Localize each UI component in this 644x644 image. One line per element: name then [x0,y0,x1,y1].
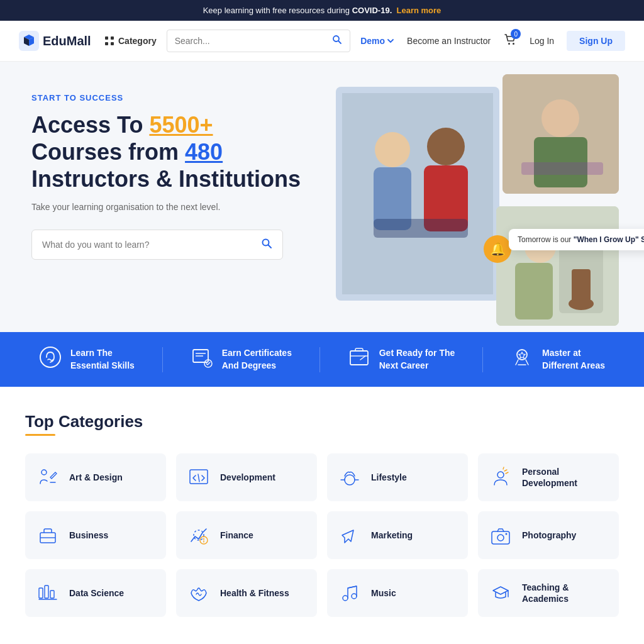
svg-point-18 [541,99,579,137]
marketing-label: Marketing [371,530,413,541]
category-finance[interactable]: Finance [176,511,317,559]
banner-bold: COVID-19. [352,6,392,15]
category-lifestyle[interactable]: Lifestyle [327,453,468,501]
section-title-wrap: Top Categories [25,412,619,436]
category-marketing[interactable]: Marketing [327,511,468,559]
category-data-science[interactable]: Data Science [25,569,166,617]
svg-rect-11 [342,93,493,294]
category-health-fitness[interactable]: Health & Fitness [176,569,317,617]
svg-line-58 [348,586,357,588]
logo[interactable]: EduMall [19,31,94,51]
header: EduMall Category Demo Become an Instruct… [0,21,644,62]
music-icon [337,580,362,606]
header-search-icon[interactable] [332,35,342,47]
banner-text: Keep learning with free resources during [203,6,352,15]
hero-bottomright-svg [496,206,619,326]
certificate-icon [191,346,213,373]
svg-line-6 [338,41,341,43]
svg-rect-53 [45,586,48,598]
svg-rect-52 [39,588,43,598]
personal-dev-icon [488,465,513,490]
svg-point-35 [42,470,47,475]
hero-content: START TO SUCCESS Access To 5500+ Courses… [31,93,302,291]
feature-skills-text: Learn The Essential Skills [70,347,135,372]
header-search-input[interactable] [175,36,328,46]
art-design-icon [35,465,60,490]
section-title: Top Categories [25,412,619,431]
feature-career: Get Ready for The Next Career [348,346,455,373]
svg-point-8 [513,43,514,45]
category-personal-dev[interactable]: Personal Development [478,453,619,501]
feature-certificates-text: Earn Certificates And Degrees [222,347,292,372]
category-label: Category [118,36,157,46]
finance-icon [186,523,211,548]
categories-grid: Art & Design Development Lifestyle Perso… [25,453,619,617]
banner-link[interactable]: Learn more [397,6,441,15]
finance-label: Finance [220,530,253,541]
svg-point-56 [343,596,348,601]
feature-skills: Learn The Essential Skills [39,346,135,373]
hero-top-right-image [502,74,619,194]
demo-nav[interactable]: Demo [360,36,394,46]
categories-section: Top Categories Art & Design Development … [0,387,644,636]
hero-main-image [336,87,499,301]
signup-button[interactable]: Sign Up [567,31,625,51]
svg-point-7 [508,43,510,45]
development-icon [186,465,211,490]
hero-image-svg [342,93,493,294]
category-teaching[interactable]: Teaching & Academics [478,569,619,617]
feature-divider-3 [482,347,483,372]
data-science-icon [35,580,60,606]
svg-rect-16 [374,219,468,238]
svg-rect-26 [572,269,591,304]
grid-icon [104,36,114,46]
hero-bottom-right-image [496,206,619,326]
health-fitness-icon [186,580,211,606]
hero-section: START TO SUCCESS Access To 5500+ Courses… [0,62,644,332]
hero-images: 🔔 Tomorrow is our "When I Grow Up" Spiri… [336,74,619,326]
svg-point-12 [375,132,410,167]
feature-divider-2 [319,347,320,372]
svg-rect-3 [105,42,108,45]
svg-line-38 [198,474,199,482]
hero-search-input[interactable] [42,240,255,250]
category-button[interactable]: Category [104,36,157,46]
category-music[interactable]: Music [327,569,468,617]
become-instructor-link[interactable]: Become an Instructor [407,36,491,46]
nav-links: Demo Become an Instructor 0 Log In Sign … [360,31,625,51]
feature-career-text: Get Ready for The Next Career [379,347,455,372]
logo-icon [19,31,39,51]
category-development[interactable]: Development [176,453,317,501]
logo-text: EduMall [43,34,91,48]
svg-rect-2 [111,36,114,40]
category-art-design[interactable]: Art & Design [25,453,166,501]
personal-dev-label: Personal Development [522,466,609,489]
notification-bell[interactable]: 🔔 Tomorrow is our "When I Grow Up" Spiri… [484,235,511,263]
marketing-icon [337,523,362,548]
category-photography[interactable]: Photography [478,511,619,559]
svg-point-42 [497,472,504,478]
features-bar: Learn The Essential Skills Earn Certific… [0,332,644,387]
business-label: Business [69,530,108,541]
hero-subtitle: Take your learning organisation to the n… [31,202,302,212]
feature-master: Master at Different Areas [511,346,605,373]
hero-search-icon[interactable] [261,238,272,252]
art-design-label: Art & Design [69,472,123,483]
hero-course-count: 5500+ [149,112,213,138]
photography-label: Photography [522,530,576,541]
svg-point-27 [40,347,60,367]
svg-point-46 [200,536,208,544]
svg-rect-20 [521,162,603,175]
music-label: Music [371,587,396,599]
teaching-icon [488,580,513,606]
hero-title: Access To 5500+ Courses from 480 Instruc… [31,111,302,193]
section-underline [25,434,55,436]
development-label: Development [220,472,275,483]
login-button[interactable]: Log In [530,36,554,46]
cart-button[interactable]: 0 [503,33,517,49]
feature-master-text: Master at Different Areas [542,347,605,372]
notification-bubble: Tomorrow is our "When I Grow Up" Spirit … [509,229,644,250]
svg-rect-54 [50,591,54,598]
category-business[interactable]: Business [25,511,166,559]
data-science-label: Data Science [69,587,124,599]
